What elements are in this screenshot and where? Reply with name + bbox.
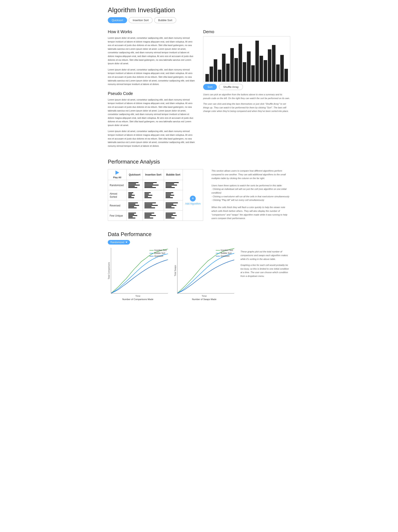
row-label[interactable]: Reversed bbox=[108, 200, 127, 210]
demo-bar[interactable] bbox=[205, 74, 209, 82]
perf-cell[interactable] bbox=[127, 210, 143, 221]
perf-cell[interactable] bbox=[164, 200, 183, 210]
shuffle-button[interactable]: Shuffle Array bbox=[219, 84, 243, 90]
mini-bars bbox=[166, 191, 181, 199]
mini-bars bbox=[128, 202, 141, 209]
demo-section: Demo Sort Shuffle Array Users can pick a… bbox=[203, 29, 290, 150]
col-quicksort[interactable]: Quicksort bbox=[127, 169, 143, 180]
demo-bar[interactable] bbox=[255, 41, 259, 82]
mini-bar bbox=[166, 205, 176, 206]
mini-bar bbox=[128, 196, 131, 197]
add-algorithm-cell[interactable]: + Add Algorithm bbox=[183, 180, 203, 221]
demo-bar[interactable] bbox=[226, 64, 230, 82]
charts-and-note: Total Comparisons bbox=[108, 248, 290, 304]
table-row[interactable]: Randomized + Add Algorithm bbox=[108, 180, 203, 190]
perf-cell[interactable] bbox=[127, 180, 143, 190]
condition-dropdown[interactable]: Randomized bbox=[108, 240, 130, 245]
pseudo-code-text1: Lorem ipsum dolor sit amet, consetetur s… bbox=[108, 98, 195, 127]
perf-cell[interactable] bbox=[143, 180, 164, 190]
how-it-works-heading: How it Works bbox=[108, 29, 195, 34]
mini-bar bbox=[144, 185, 159, 185]
demo-bar[interactable] bbox=[280, 55, 284, 82]
demo-bar[interactable] bbox=[234, 58, 238, 82]
demo-bar[interactable] bbox=[272, 45, 276, 82]
perf-cell[interactable] bbox=[143, 200, 164, 210]
col-bubble-sort[interactable]: Bubble Sort bbox=[164, 169, 183, 180]
data-performance-section: Data Performance Randomized Total Compar… bbox=[108, 231, 290, 304]
demo-chart[interactable] bbox=[203, 36, 290, 82]
perf-cell[interactable] bbox=[143, 210, 164, 221]
perf-cell[interactable] bbox=[127, 190, 143, 200]
perf-cell[interactable] bbox=[127, 200, 143, 210]
row-label[interactable]: Almost Sorted bbox=[108, 190, 127, 200]
mini-bar bbox=[144, 205, 158, 206]
swaps-chart-area: Insertion Sort Bubble Sort Quicksort bbox=[177, 248, 234, 293]
demo-bar[interactable] bbox=[243, 62, 246, 82]
demo-bar[interactable] bbox=[268, 49, 271, 82]
mini-bar bbox=[166, 208, 174, 208]
mini-bar bbox=[144, 192, 151, 193]
mini-bar bbox=[128, 185, 140, 185]
play-icon bbox=[116, 171, 119, 175]
row-label[interactable]: Few Unique bbox=[108, 210, 127, 221]
mini-bar bbox=[128, 215, 137, 216]
tab-insertion-sort[interactable]: Insertion Sort bbox=[129, 17, 153, 23]
tab-quicksort[interactable]: Quicksort bbox=[108, 17, 127, 23]
mini-bars bbox=[128, 191, 141, 199]
mini-bar bbox=[166, 215, 177, 216]
mini-bar bbox=[128, 206, 134, 207]
demo-heading: Demo bbox=[203, 29, 290, 34]
how-it-works-text1: Lorem ipsum dolor sit amet, consetetur s… bbox=[108, 36, 195, 65]
perf-two-col: Play All Quicksort Insertion Sort Bubble… bbox=[108, 169, 290, 221]
mini-bar bbox=[166, 194, 171, 194]
how-it-works-text2: Lorem ipsum dolor sit amet, consetetur s… bbox=[108, 68, 195, 86]
comparisons-chart-ylabel-wrap: Total Comparisons bbox=[108, 248, 168, 293]
demo-note1: Users can pick an algorithm from the but… bbox=[203, 93, 290, 100]
swaps-chart-title: Number of Swaps Made bbox=[174, 298, 234, 300]
demo-note2: The user can click-and-drag the bars the… bbox=[203, 102, 290, 113]
row-label[interactable]: Randomized bbox=[108, 180, 127, 190]
tab-bubble-sort[interactable]: Bubble Sort bbox=[154, 17, 176, 23]
swaps-chart-ylabel-wrap: Total Swaps bbox=[174, 248, 234, 293]
add-algorithm-button[interactable]: + Add Algorithm bbox=[185, 196, 201, 205]
mini-bar bbox=[128, 204, 135, 205]
mini-bar bbox=[128, 203, 138, 203]
performance-section: Performance Analysis Play All Quicksort … bbox=[108, 158, 290, 221]
mini-bar bbox=[144, 218, 153, 218]
demo-bar[interactable] bbox=[218, 70, 221, 82]
swaps-x-label: Time bbox=[174, 295, 234, 297]
mini-bar bbox=[166, 196, 170, 197]
col-insertion-sort[interactable]: Insertion Sort bbox=[143, 169, 164, 180]
sort-button[interactable]: Sort bbox=[203, 84, 217, 90]
mini-bars bbox=[128, 212, 141, 219]
demo-bar[interactable] bbox=[251, 65, 255, 82]
perf-cell[interactable] bbox=[164, 180, 183, 190]
performance-note: This section allows users to compare how… bbox=[212, 169, 290, 220]
demo-bar[interactable] bbox=[210, 67, 213, 82]
comparisons-chart-container: Total Comparisons bbox=[108, 248, 168, 300]
demo-bar[interactable] bbox=[230, 48, 234, 82]
demo-bar[interactable] bbox=[284, 69, 288, 82]
mini-bar bbox=[128, 195, 135, 196]
perf-table-container: Play All Quicksort Insertion Sort Bubble… bbox=[108, 169, 203, 221]
demo-bar[interactable] bbox=[276, 64, 280, 82]
swaps-legend: Insertion Sort Bubble Sort Quicksort bbox=[216, 249, 233, 258]
demo-bar[interactable] bbox=[264, 60, 267, 82]
demo-bar[interactable] bbox=[239, 44, 242, 82]
mini-bars bbox=[166, 181, 181, 189]
mini-bar bbox=[144, 197, 152, 198]
demo-bar[interactable] bbox=[247, 51, 250, 82]
mini-bar bbox=[128, 187, 137, 188]
perf-cell[interactable] bbox=[143, 190, 164, 200]
perf-cell[interactable] bbox=[164, 190, 183, 200]
data-perf-notes: These graphs plot out the total number o… bbox=[240, 248, 290, 304]
mini-bar bbox=[166, 184, 174, 184]
mini-bar bbox=[144, 208, 155, 208]
mini-bar bbox=[166, 187, 175, 188]
demo-bar[interactable] bbox=[222, 54, 225, 82]
play-all-cell[interactable]: Play All bbox=[108, 169, 127, 180]
demo-bar[interactable] bbox=[260, 56, 263, 82]
perf-cell[interactable] bbox=[164, 210, 183, 221]
mini-bar bbox=[166, 218, 174, 218]
demo-bar[interactable] bbox=[214, 59, 217, 82]
